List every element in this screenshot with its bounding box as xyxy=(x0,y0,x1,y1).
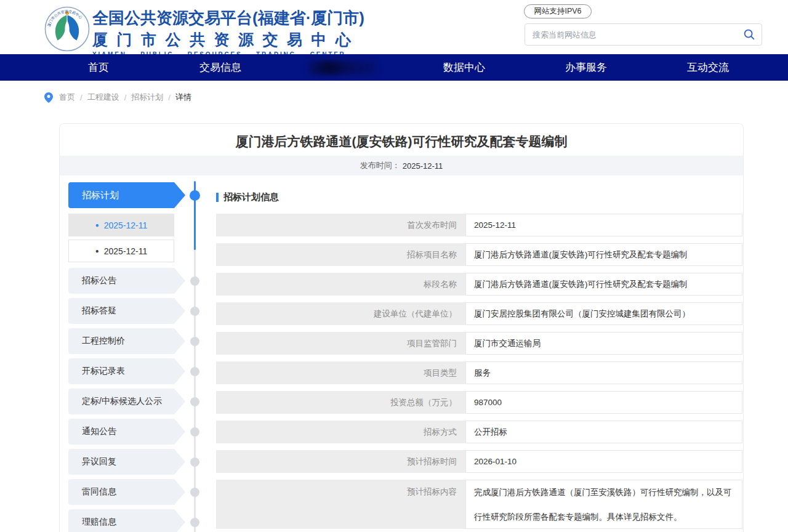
section-title: 招标计划信息 xyxy=(223,191,279,203)
logo-seal-icon: 厦门市公共资源交易中心 xyxy=(44,6,90,52)
sidebar-tab-bid-plan-active[interactable]: 招标计划 xyxy=(68,182,174,208)
publish-time-value: 2025-12-11 xyxy=(403,161,443,171)
site-logo[interactable]: 厦门市公共资源交易中心 xyxy=(44,6,90,52)
nav-item-services[interactable]: 办事服务 xyxy=(525,54,647,81)
timeline-dot xyxy=(190,276,199,286)
sidebar-tab-winner-publicity[interactable]: 定标/中标候选人公示 xyxy=(68,389,174,414)
sidebar-tab-objection-reply[interactable]: 异议回复 xyxy=(68,449,174,475)
clipped-banner-artifact: 全国公共资源交易平台(福建省·厦门市) xyxy=(0,0,788,5)
ipv6-badge: 网站支持IPV6 xyxy=(524,4,592,18)
sidebar-tab-similarity-info[interactable]: 雷同信息 xyxy=(68,479,174,505)
field-label: 项目类型 xyxy=(216,361,465,384)
timeline-dot-active xyxy=(190,190,200,201)
breadcrumb-separator: / xyxy=(80,93,82,102)
site-header: 厦门市公共资源交易中心 全国公共资源交易平台(福建省·厦门市) 厦门市公共资源交… xyxy=(0,5,788,54)
location-pin-icon xyxy=(44,92,53,103)
field-row-construction-unit: 建设单位（代建单位） 厦门安居控股集团有限公司（厦门安控城建集团有限公司） xyxy=(216,302,742,325)
field-value: 2025-12-11 xyxy=(465,214,742,236)
subitem-label: 2025-12-11 xyxy=(104,246,148,256)
search-icon xyxy=(742,28,756,41)
section-header: 招标计划信息 xyxy=(216,191,742,203)
sidebar-subitem-date[interactable]: ● 2025-12-11 xyxy=(68,240,174,262)
field-value: 厦门港后方铁路通道(厦安铁路)可行性研究及配套专题编制 xyxy=(465,243,742,266)
sidebar-subitem-date-selected[interactable]: ● 2025-12-11 xyxy=(68,214,174,236)
field-label: 招标项目名称 xyxy=(216,243,465,266)
field-row-expected-bid-time: 预计招标时间 2026-01-10 xyxy=(216,450,742,473)
sidebar-tab-opening-record[interactable]: 开标记录表 xyxy=(68,358,174,384)
nav-item-trade-info[interactable]: 交易信息 xyxy=(159,54,281,81)
field-label: 标段名称 xyxy=(216,273,465,296)
field-value: 厦门市交通运输局 xyxy=(465,332,742,355)
nav-item-interaction[interactable]: 互动交流 xyxy=(647,54,769,81)
field-row-supervising-dept: 项目监管部门 厦门市交通运输局 xyxy=(216,332,742,355)
site-title-line2: 厦门市公共资源交易中心 xyxy=(92,30,363,50)
breadcrumb-separator: / xyxy=(168,93,171,102)
sidebar-tab-control-price[interactable]: 工程控制价 xyxy=(68,328,174,354)
field-row-project-type: 项目类型 服务 xyxy=(216,361,742,384)
timeline-dot xyxy=(190,518,199,527)
field-row-total-investment: 投资总额（万元） 987000 xyxy=(216,391,742,414)
blurred-label xyxy=(308,61,377,75)
publish-time-band: 发布时间： 2025-12-11 xyxy=(60,156,743,175)
timeline-dot xyxy=(190,337,199,346)
sidebar-tab-claim-info[interactable]: 理赔信息 xyxy=(68,509,174,532)
field-row-first-publish-time: 首次发布时间 2025-12-11 xyxy=(216,214,742,236)
breadcrumb-bid-plan[interactable]: 招标计划 xyxy=(131,92,163,103)
site-search xyxy=(525,23,762,46)
site-title-block: 全国公共资源交易平台(福建省·厦门市) 厦门市公共资源交易中心 XIAMEN P… xyxy=(92,7,363,58)
timeline-dot xyxy=(190,397,199,406)
breadcrumb-home[interactable]: 首页 xyxy=(59,92,75,103)
detail-card: 厦门港后方铁路通道(厦安铁路)可行性研究及配套专题编制 发布时间： 2025-1… xyxy=(59,123,744,532)
breadcrumb-detail: 详情 xyxy=(175,92,191,103)
nav-item-home[interactable]: 首页 xyxy=(38,54,159,81)
page-title: 厦门港后方铁路通道(厦安铁路)可行性研究及配套专题编制 xyxy=(60,124,743,156)
field-label: 招标方式 xyxy=(216,421,465,443)
field-label: 项目监管部门 xyxy=(216,332,465,355)
field-value: 服务 xyxy=(465,361,742,384)
breadcrumb-separator: / xyxy=(124,93,127,102)
breadcrumb: 首页 / 工程建设 / 招标计划 / 详情 xyxy=(44,89,191,105)
field-label: 首次发布时间 xyxy=(216,214,465,236)
breadcrumb-construction[interactable]: 工程建设 xyxy=(87,92,119,103)
field-label: 预计招标内容 xyxy=(216,480,465,529)
field-value: 2026-01-10 xyxy=(465,450,742,473)
publish-time-label: 发布时间： xyxy=(360,160,400,171)
timeline-dot xyxy=(190,367,199,376)
site-title-line1: 全国公共资源交易平台(福建省·厦门市) xyxy=(92,7,363,29)
search-button[interactable] xyxy=(737,24,762,45)
field-row-section-name: 标段名称 厦门港后方铁路通道(厦安铁路)可行性研究及配套专题编制 xyxy=(216,273,742,296)
field-value: 厦门港后方铁路通道(厦安铁路)可行性研究及配套专题编制 xyxy=(465,273,742,296)
field-row-bid-method: 招标方式 公开招标 xyxy=(216,421,742,443)
field-row-expected-bid-content: 预计招标内容 完成厦门港后方铁路通道（厦门至安溪铁路）可行性研究编制，以及可行性… xyxy=(216,480,742,529)
main-nav: 首页 交易信息 数据中心 办事服务 互动交流 xyxy=(0,54,788,81)
sidebar-tab-bid-qa[interactable]: 招标答疑 xyxy=(68,298,174,324)
field-value: 完成厦门港后方铁路通道（厦门至安溪铁路）可行性研究编制，以及可行性研究阶段所需各… xyxy=(465,480,742,529)
nav-item-data-center[interactable]: 数据中心 xyxy=(403,54,525,81)
sidebar-tab-bid-announcement[interactable]: 招标公告 xyxy=(68,268,174,294)
field-value: 厦门安居控股集团有限公司（厦门安控城建集团有限公司） xyxy=(465,302,742,325)
section-accent-bar xyxy=(216,193,219,202)
timeline-dot xyxy=(190,427,199,437)
bullet-dot-icon: ● xyxy=(95,248,99,254)
timeline-dot xyxy=(190,457,199,467)
search-input[interactable] xyxy=(525,30,737,39)
field-label: 建设单位（代建单位） xyxy=(216,302,465,325)
field-row-project-name: 招标项目名称 厦门港后方铁路通道(厦安铁路)可行性研究及配套专题编制 xyxy=(216,243,742,266)
nav-item-redacted[interactable] xyxy=(281,54,403,81)
field-label: 预计招标时间 xyxy=(216,450,465,473)
timeline-dot xyxy=(190,307,199,316)
bullet-dot-icon: ● xyxy=(95,222,99,228)
detail-content: 招标计划信息 首次发布时间 2025-12-11 招标项目名称 厦门港后方铁路通… xyxy=(216,175,743,532)
field-value: 公开招标 xyxy=(465,421,742,443)
field-value: 987000 xyxy=(465,391,742,414)
sidebar-tab-notice[interactable]: 通知公告 xyxy=(68,419,174,445)
subitem-label: 2025-12-11 xyxy=(104,220,148,230)
field-label: 投资总额（万元） xyxy=(216,391,465,414)
timeline-dot xyxy=(190,488,199,497)
